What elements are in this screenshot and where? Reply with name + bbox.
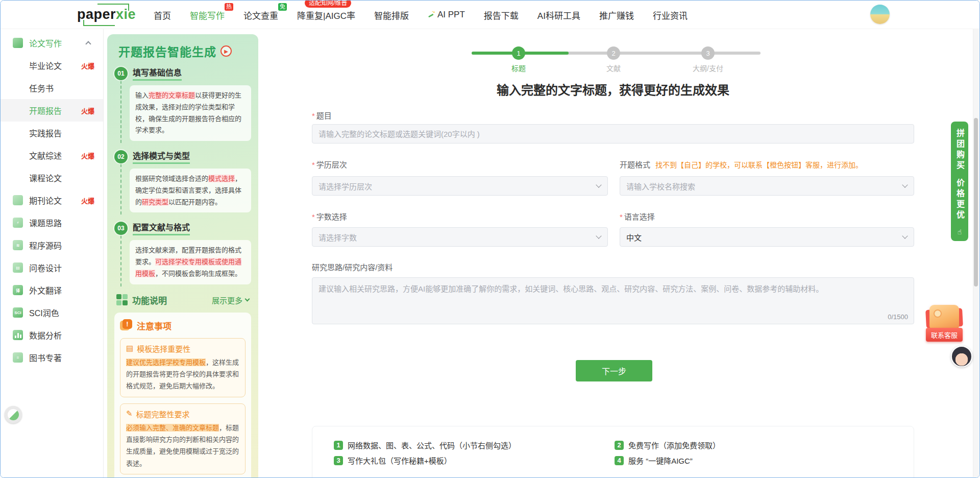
number-badge: 4 (615, 456, 624, 465)
nav-item-industry-news[interactable]: 行业资讯 (653, 9, 688, 21)
stepper-step-2: 2 (607, 46, 620, 60)
nav-menu: 首页 智能写作 热 论文查重 免 降重复|AIGC率 适配知网/维普 智能排版 … (154, 1, 688, 29)
language-label: *语言选择 (620, 211, 655, 222)
journal-icon (13, 195, 23, 205)
document-pen-icon (13, 38, 23, 48)
chevron-down-icon (902, 182, 908, 187)
chevron-up-icon (85, 41, 91, 46)
language-select[interactable]: 中文 (620, 227, 914, 247)
sidebar-item-task-book[interactable]: 任务书 (1, 77, 103, 99)
chevron-down-icon (596, 233, 601, 238)
school-search-select[interactable]: 请输入学校名称搜索 (620, 176, 914, 196)
top-navbar: paperxie 首页 智能写作 热 论文查重 免 降重复|AIGC率 适配知网… (1, 1, 979, 29)
contact-service-widget[interactable]: 联系客服 (922, 305, 966, 342)
panel-title: 开题报告智能生成 (118, 42, 216, 60)
step-title: 填写基础信息 (133, 66, 182, 81)
number-badge: 1 (334, 441, 343, 450)
number-badge: 2 (615, 441, 624, 450)
sidebar-item-book-monograph[interactable]: ≡ 图书专著 (1, 346, 103, 369)
main-content: 1 2 3 标题 文献 大纲/支付 输入完整的文字标题，获得更好的生成效果 *题… (263, 29, 979, 477)
sci-icon: SCI (13, 307, 23, 318)
service-agent-avatar[interactable] (951, 346, 972, 367)
stepper-step-1: 1 (512, 46, 525, 60)
guide-step-2: 02 选择模式与类型 根据研究领域选择合适的模式选择，确定学位类型和语言要求，选… (114, 149, 251, 214)
nav-item-ai-research-tools[interactable]: AI科研工具 (537, 9, 580, 21)
step-description: 选择文献来源，配置开题报告的格式要求。可选择学校专用模板或使用通用模板，不同模板… (130, 240, 251, 284)
nav-item-plagiarism-check[interactable]: 论文查重 免 (243, 9, 278, 21)
scrollbar-track[interactable] (973, 29, 979, 477)
title-input[interactable] (312, 124, 914, 144)
pointer-hand-icon: ☝ (958, 228, 962, 236)
notices-panel: ! 注意事项 ▤ 模板选择重要性 建议优先选择学校专用模板，这样生成的开题报告将… (114, 313, 251, 478)
sidebar-item-questionnaire-design[interactable]: ▤ 问卷设计 (1, 256, 103, 279)
step-description: 输入完整的文章标题以获得更好的生成效果，选择对应的学位类型和学校，确保生成的开题… (130, 85, 251, 141)
functions-title: 功能说明 (132, 294, 167, 306)
step-number: 01 (114, 67, 128, 80)
free-badge: 免 (278, 3, 287, 11)
scrollbar-thumb[interactable] (974, 118, 978, 286)
floating-widget-button[interactable] (5, 406, 22, 423)
notice-card-title-req: ✎ 标题完整性要求 必须输入完整、准确的文章标题，标题直接影响研究方向的判断和相… (120, 403, 246, 475)
sidebar-item-opening-report[interactable]: 开题报告 火爆 (1, 99, 103, 122)
hot-badge: 火爆 (81, 106, 94, 115)
warning-icon: ! (120, 319, 132, 331)
sidebar-item-data-analysis[interactable]: 数据分析 (1, 324, 103, 346)
education-level-select[interactable]: 请选择学历层次 (312, 176, 608, 196)
layers-icon: ≋ (13, 240, 23, 250)
book-icon: ▤ (126, 344, 133, 353)
chevron-down-icon (245, 296, 250, 301)
sidebar-item-literature-review[interactable]: 文献综述 火爆 (1, 144, 103, 166)
notices-title: 注意事项 (137, 319, 172, 332)
gift-scroll-icon (929, 305, 959, 330)
stepper-label-outline-pay: 大纲/支付 (688, 63, 728, 73)
show-more-button[interactable]: 展示更多 (212, 295, 249, 305)
contact-service-button[interactable]: 联系客服 (926, 328, 963, 342)
opening-format-label: 开题格式找不到【自己】的学校，可以联系【橙色按钮】客服，进行添加。 (620, 159, 863, 170)
education-level-label: *学历层次 (312, 159, 347, 170)
number-badge: 3 (334, 456, 343, 465)
features-card: 1 网络数据、图、表、公式、代码（小节右侧勾选） 2 免费写作（添加免费领取） … (312, 426, 914, 478)
feature-item-4: 4 服务 “一键降AIGC” (615, 455, 693, 466)
guide-step-3: 03 配置文献与格式 选择文献来源，配置开题报告的格式要求。可选择学校专用模板或… (114, 221, 251, 286)
edit-doc-icon: ✎ (126, 409, 133, 418)
page-title: 输入完整的文字标题，获得更好的生成效果 (312, 80, 914, 98)
feature-item-1: 1 网络数据、图、表、公式、代码（小节右侧勾选） (334, 440, 516, 450)
word-count-select[interactable]: 请选择字数 (312, 227, 608, 247)
stepper-step-3: 3 (701, 46, 715, 60)
nav-item-home[interactable]: 首页 (154, 9, 171, 21)
nav-item-ai-ppt[interactable]: AI PPT (428, 10, 465, 20)
nav-item-report-download[interactable]: 报告下载 (484, 9, 519, 21)
nav-item-promote-earn[interactable]: 推广赚钱 (599, 9, 634, 21)
nav-item-smart-writing[interactable]: 智能写作 热 (190, 9, 225, 21)
next-step-button[interactable]: 下一步 (576, 360, 652, 381)
guide-step-1: 01 填写基础信息 输入完整的文章标题以获得更好的生成效果，选择对应的学位类型和… (114, 66, 251, 143)
sidebar-item-practice-report[interactable]: 实践报告 (1, 122, 103, 144)
play-video-icon[interactable]: ▶ (220, 45, 232, 57)
nav-item-reduce-aigc[interactable]: 降重复|AIGC率 适配知网/维普 (297, 9, 355, 21)
guide-panel: 开题报告智能生成 ▶ 01 填写基础信息 输入完整的文章标题以获得更好的生成效果… (107, 34, 258, 478)
nav-item-smart-layout[interactable]: 智能排版 (374, 9, 409, 21)
lightning-doc-icon: ⚡ (13, 218, 23, 228)
step-number: 02 (114, 150, 128, 163)
sidebar-item-graduation-thesis[interactable]: 毕业论文 火爆 (1, 54, 103, 77)
chevron-down-icon (596, 182, 601, 187)
step-title: 选择模式与类型 (133, 149, 190, 164)
sidebar-item-course-paper[interactable]: 课程论文 (1, 166, 103, 189)
hot-badge: 火爆 (81, 151, 94, 160)
step-number: 03 (114, 222, 128, 235)
sidebar-item-journal-paper[interactable]: 期刊论文 火爆 (1, 189, 103, 211)
sidebar-item-paper-writing[interactable]: 论文写作 (1, 32, 103, 54)
sidebar-item-foreign-translation[interactable]: 译 外文翻译 (1, 279, 103, 301)
sidebar-item-topic-ideas[interactable]: ⚡ 课题思路 (1, 211, 103, 234)
feature-item-3: 3 写作大礼包（写作秘籍+模板） (334, 455, 452, 466)
group-buy-banner[interactable]: 拼团购买 价格更优 ☝ (951, 122, 968, 241)
sidebar-item-sci-polish[interactable]: SCI SCI润色 (1, 301, 103, 324)
logo-frame-decoration (97, 4, 129, 11)
hot-badge: 火爆 (81, 61, 94, 70)
user-avatar[interactable] (870, 5, 890, 24)
hot-badge: 热 (225, 3, 233, 11)
app-window: paperxie 首页 智能写作 热 论文查重 免 降重复|AIGC率 适配知网… (0, 0, 980, 478)
char-counter: 0/1500 (312, 313, 908, 321)
stepper-label-title: 标题 (498, 63, 539, 73)
sidebar-item-source-code[interactable]: ≋ 程序源码 (1, 234, 103, 256)
